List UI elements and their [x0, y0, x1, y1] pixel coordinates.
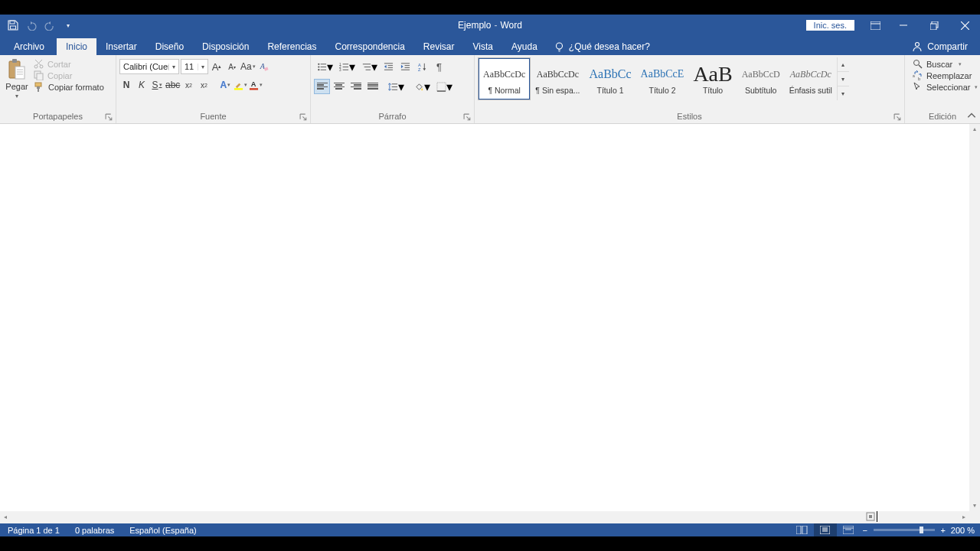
font-color-icon: A	[249, 80, 259, 90]
font-dialog-launcher-icon[interactable]	[299, 113, 308, 122]
horizontal-scrollbar[interactable]: ◂ ▸	[0, 511, 969, 523]
web-layout-button[interactable]	[837, 523, 860, 536]
eraser-icon: A	[259, 62, 269, 72]
style--sin-espa-[interactable]: AaBbCcDc¶ Sin espa...	[531, 57, 584, 100]
tab-archivo[interactable]: Archivo	[2, 38, 57, 55]
clear-formatting-button[interactable]: A	[257, 59, 271, 74]
paste-button[interactable]: Pegar ▾	[3, 57, 31, 99]
tell-me-input[interactable]: ¿Qué desea hacer?	[569, 41, 650, 52]
tab-correspondencia[interactable]: Correspondencia	[325, 38, 413, 55]
highlight-color-button[interactable]: ▾	[234, 77, 247, 93]
format-painter-button[interactable]: Copiar formato	[34, 82, 104, 93]
undo-icon[interactable]	[23, 17, 40, 34]
status-page[interactable]: Página 1 de 1	[0, 526, 67, 535]
shading-button[interactable]: ▾	[411, 79, 433, 94]
select-button[interactable]: Seleccionar▾	[913, 82, 978, 92]
group-styles: AaBbCcDc¶ NormalAaBbCcDc¶ Sin espa...AaB…	[475, 55, 905, 123]
superscript-button[interactable]: x2	[197, 77, 211, 93]
style-t-tulo[interactable]: AaBTítulo	[688, 57, 737, 100]
align-right-button[interactable]	[348, 79, 364, 94]
style-subt-tulo[interactable]: AaBbCcDSubtítulo	[737, 57, 785, 100]
document-canvas[interactable]: ▴ ▾ ◂ ▸	[0, 124, 980, 523]
zoom-value[interactable]: 200 %	[949, 526, 977, 535]
redo-icon[interactable]	[41, 17, 58, 34]
status-word-count[interactable]: 0 palabras	[67, 526, 122, 535]
scroll-right-icon[interactable]: ▸	[959, 511, 969, 523]
svg-line-66	[919, 65, 922, 68]
align-center-button[interactable]	[331, 79, 347, 94]
sign-in-button[interactable]: Inic. ses.	[806, 20, 854, 31]
close-icon[interactable]	[949, 15, 980, 35]
tab-insertar[interactable]: Insertar	[96, 38, 146, 55]
show-marks-button[interactable]: ¶	[431, 59, 447, 74]
replace-button[interactable]: ab Reemplazar	[913, 70, 978, 80]
bold-button[interactable]: N	[119, 77, 133, 93]
scroll-down-icon[interactable]: ▾	[969, 500, 980, 511]
paragraph-dialog-launcher-icon[interactable]	[463, 113, 472, 122]
decrease-indent-button[interactable]	[381, 59, 397, 74]
print-layout-button[interactable]	[814, 523, 837, 536]
cut-button[interactable]: Cortar	[34, 59, 104, 69]
styles-scroll-down-icon[interactable]: ▾	[838, 72, 849, 86]
style--nfasis-sutil[interactable]: AaBbCcDcÉnfasis sutil	[785, 57, 837, 100]
minimize-icon[interactable]	[888, 15, 919, 35]
clipboard-dialog-launcher-icon[interactable]	[105, 113, 113, 122]
styles-expand-icon[interactable]: ▾	[838, 86, 849, 100]
shrink-font-button[interactable]: A▾	[225, 59, 239, 74]
style-t-tulo-2[interactable]: AaBbCcETítulo 2	[636, 57, 689, 100]
tab-referencias[interactable]: Referencias	[258, 38, 325, 55]
zoom-in-button[interactable]: +	[938, 526, 949, 535]
scroll-up-icon[interactable]: ▴	[969, 124, 980, 135]
font-size-combo[interactable]: 11▾	[181, 59, 208, 74]
find-button[interactable]: Buscar▾	[913, 59, 978, 69]
svg-text:Z: Z	[418, 67, 421, 72]
font-name-combo[interactable]: Calibri (Cuer▾	[119, 59, 179, 74]
indent-icon	[400, 62, 410, 72]
strikethrough-button[interactable]: abc	[165, 77, 180, 93]
cursor-icon	[913, 82, 923, 92]
text-effects-button[interactable]: A▾	[218, 77, 232, 93]
ribbon-display-icon[interactable]	[862, 15, 888, 35]
svg-point-20	[40, 65, 43, 68]
status-language[interactable]: Español (España)	[122, 526, 204, 535]
zoom-slider[interactable]	[874, 529, 935, 531]
tab-vista[interactable]: Vista	[464, 38, 502, 55]
collapse-ribbon-icon[interactable]	[966, 111, 977, 122]
tab-ayuda[interactable]: Ayuda	[502, 38, 547, 55]
italic-button[interactable]: K	[135, 77, 149, 93]
tab-diseno[interactable]: Diseño	[146, 38, 193, 55]
subscript-button[interactable]: x2	[181, 77, 195, 93]
style--normal[interactable]: AaBbCcDc¶ Normal	[478, 57, 531, 100]
svg-rect-30	[234, 88, 243, 90]
styles-dialog-launcher-icon[interactable]	[893, 113, 902, 122]
save-icon[interactable]	[5, 17, 21, 34]
vertical-scrollbar[interactable]: ▴ ▾	[969, 124, 980, 511]
numbering-button[interactable]: 123▾	[336, 59, 358, 74]
change-case-button[interactable]: Aa▾	[240, 59, 256, 74]
sort-button[interactable]: AZ	[414, 59, 430, 74]
scroll-left-icon[interactable]: ◂	[0, 511, 11, 523]
line-spacing-button[interactable]: ▾	[385, 79, 407, 94]
align-left-button[interactable]	[314, 79, 330, 94]
bullets-button[interactable]: ▾	[314, 59, 335, 74]
tab-disposicion[interactable]: Disposición	[193, 38, 258, 55]
lightbulb-icon	[554, 42, 564, 52]
justify-button[interactable]	[364, 79, 381, 94]
tab-revisar[interactable]: Revisar	[414, 38, 464, 55]
underline-button[interactable]: S▾	[150, 77, 164, 93]
styles-scroll-up-icon[interactable]: ▴	[838, 57, 849, 72]
multilevel-list-button[interactable]: ▾	[358, 59, 380, 74]
qat-customize-icon[interactable]: ▾	[60, 17, 77, 34]
borders-button[interactable]: ▾	[433, 79, 455, 94]
copy-button[interactable]: Copiar	[34, 70, 104, 80]
font-color-button[interactable]: A▾	[249, 77, 263, 93]
share-button[interactable]: Compartir	[927, 41, 968, 52]
tab-inicio[interactable]: Inicio	[57, 38, 96, 55]
grow-font-button[interactable]: A▴	[210, 59, 224, 74]
style-t-tulo-1[interactable]: AaBbCcTítulo 1	[585, 57, 636, 100]
restore-icon[interactable]	[919, 15, 949, 35]
svg-rect-70	[869, 515, 872, 518]
increase-indent-button[interactable]	[397, 59, 413, 74]
zoom-out-button[interactable]: −	[860, 526, 871, 535]
read-mode-button[interactable]	[791, 523, 814, 536]
